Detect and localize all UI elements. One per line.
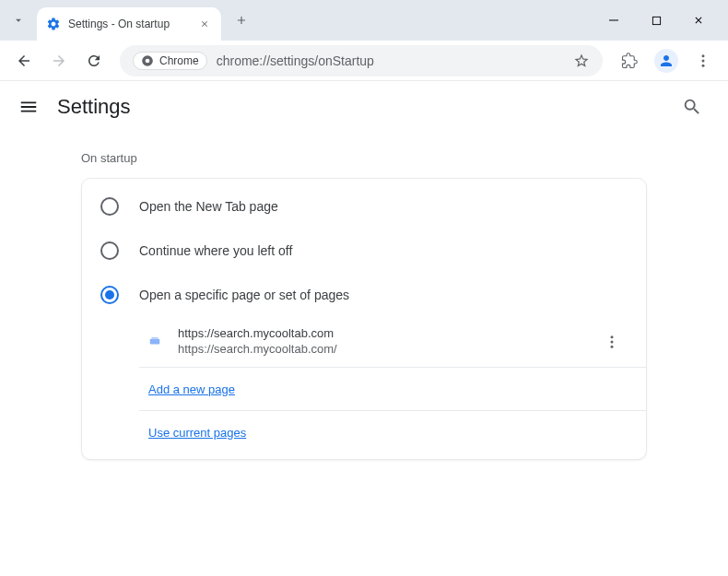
url-text: chrome://settings/onStartup xyxy=(217,53,374,68)
svg-rect-8 xyxy=(152,337,159,339)
close-tab-button[interactable] xyxy=(197,17,212,31)
new-tab-button[interactable] xyxy=(229,7,254,33)
add-page-row: Add a new page xyxy=(139,368,646,411)
svg-rect-1 xyxy=(652,17,660,24)
svg-rect-7 xyxy=(150,339,160,345)
svg-point-6 xyxy=(702,64,705,66)
radio-icon xyxy=(100,241,119,260)
svg-point-11 xyxy=(611,346,614,348)
startup-page-url: https://search.mycooltab.com/ xyxy=(178,342,596,358)
chrome-chip-label: Chrome xyxy=(159,54,199,67)
svg-rect-0 xyxy=(609,20,618,21)
radio-icon-selected xyxy=(100,286,119,304)
tab-search-button[interactable] xyxy=(6,7,31,33)
add-page-link[interactable]: Add a new page xyxy=(148,382,235,396)
startup-page-name: https://search.mycooltab.com xyxy=(178,326,596,342)
svg-point-9 xyxy=(611,335,614,338)
gear-icon xyxy=(46,17,61,31)
extensions-icon[interactable] xyxy=(614,45,645,76)
specific-pages-list: https://search.mycooltab.com https://sea… xyxy=(82,317,646,453)
section-label: On startup xyxy=(0,142,728,178)
page-actions-menu[interactable] xyxy=(596,326,628,358)
svg-point-3 xyxy=(146,58,150,63)
startup-options-card: Open the New Tab page Continue where you… xyxy=(81,178,647,460)
browser-tab[interactable]: Settings - On startup xyxy=(37,7,221,41)
radio-option-continue[interactable]: Continue where you left off xyxy=(82,229,646,273)
svg-point-4 xyxy=(702,54,705,57)
window-controls xyxy=(601,7,721,33)
settings-header: Settings xyxy=(0,81,728,133)
radio-label: Open the New Tab page xyxy=(139,199,278,214)
menu-icon[interactable] xyxy=(18,97,39,117)
svg-point-5 xyxy=(702,59,705,62)
maximize-button[interactable] xyxy=(643,7,669,33)
radio-label: Open a specific page or set of pages xyxy=(139,288,349,302)
minimize-button[interactable] xyxy=(601,7,627,33)
radio-option-new-tab[interactable]: Open the New Tab page xyxy=(82,184,646,229)
radio-icon xyxy=(100,197,119,216)
radio-option-specific[interactable]: Open a specific page or set of pages xyxy=(82,273,646,317)
search-icon[interactable] xyxy=(675,89,710,124)
chrome-chip: Chrome xyxy=(133,52,207,70)
address-bar[interactable]: Chrome chrome://settings/onStartup xyxy=(120,45,603,76)
use-current-row: Use current pages xyxy=(139,411,646,453)
bookmark-star-icon[interactable] xyxy=(573,53,590,69)
page-favicon-icon xyxy=(148,335,163,349)
chrome-icon xyxy=(141,54,154,67)
svg-point-10 xyxy=(611,341,614,344)
radio-label: Continue where you left off xyxy=(139,243,292,258)
profile-icon xyxy=(654,49,678,73)
use-current-link[interactable]: Use current pages xyxy=(148,426,246,440)
forward-button[interactable] xyxy=(44,46,74,76)
page-title: Settings xyxy=(57,95,131,119)
window-titlebar: Settings - On startup xyxy=(0,0,728,41)
browser-toolbar: Chrome chrome://settings/onStartup xyxy=(0,41,728,81)
reload-button[interactable] xyxy=(79,46,109,76)
startup-page-row: https://search.mycooltab.com https://sea… xyxy=(139,317,646,368)
close-window-button[interactable] xyxy=(686,7,711,33)
back-button[interactable] xyxy=(9,46,39,76)
browser-menu-button[interactable] xyxy=(687,45,719,76)
content-area: On startup Open the New Tab page Continu… xyxy=(0,133,728,460)
profile-button[interactable] xyxy=(651,45,682,76)
tab-title: Settings - On startup xyxy=(68,18,190,30)
